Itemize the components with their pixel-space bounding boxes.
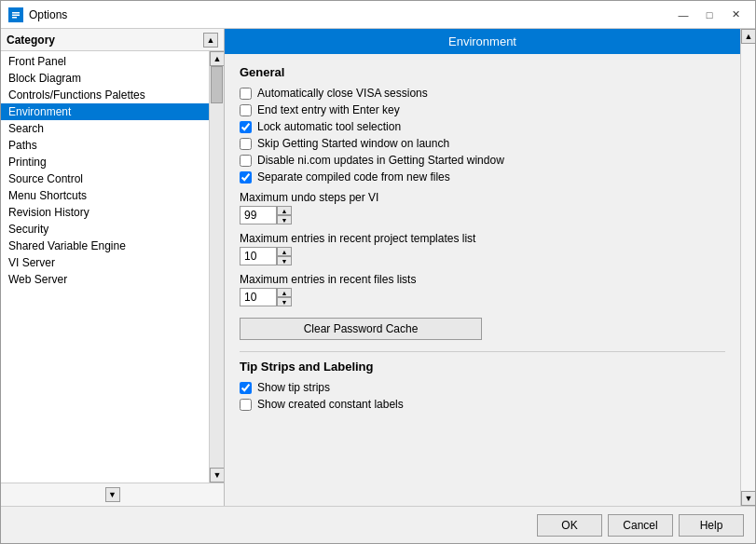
sidebar-item-web-server[interactable]: Web Server <box>1 271 209 288</box>
spinner-up-1[interactable]: ▲ <box>277 247 292 256</box>
help-button[interactable]: Help <box>679 514 744 537</box>
tip-checkbox-row-1: Show created constant labels <box>240 398 725 411</box>
checkbox-label-1: End text entry with Enter key <box>257 103 400 116</box>
tip-strips-section-title: Tip Strips and Labeling <box>240 360 725 374</box>
spinner-down-2[interactable]: ▼ <box>277 297 292 306</box>
sidebar-item-security[interactable]: Security <box>1 221 209 238</box>
checkbox-3[interactable] <box>240 138 252 150</box>
checkbox-label-5: Separate compiled code from new files <box>257 170 450 184</box>
svg-rect-3 <box>12 17 17 19</box>
field-row-0: ▲▼ <box>240 206 725 224</box>
checkbox-label-3: Skip Getting Started window on launch <box>257 137 449 150</box>
tip-checkbox-label-0: Show tip strips <box>257 381 330 394</box>
field-group-0: Maximum undo steps per VI▲▼ <box>240 191 725 224</box>
general-checkbox-row-2: Lock automatic tool selection <box>240 120 725 133</box>
spinner-down-0[interactable]: ▼ <box>277 215 292 224</box>
sidebar-item-controls/functions-palettes[interactable]: Controls/Functions Palettes <box>1 87 209 103</box>
right-scrollbar-down[interactable]: ▼ <box>741 491 755 506</box>
field-row-1: ▲▼ <box>240 247 725 265</box>
sidebar-item-search[interactable]: Search <box>1 120 209 137</box>
right-scrollbar-track <box>741 44 755 491</box>
main-panel: Environment GeneralAutomatically close V… <box>225 29 740 506</box>
tip-checkbox-label-1: Show created constant labels <box>257 398 404 411</box>
sidebar-item-printing[interactable]: Printing <box>1 154 209 170</box>
sidebar-item-source-control[interactable]: Source Control <box>1 170 209 187</box>
sidebar-item-revision-history[interactable]: Revision History <box>1 204 209 221</box>
sidebar-scrollbar-up[interactable]: ▲ <box>210 51 224 66</box>
spinner-down-1[interactable]: ▼ <box>277 256 292 265</box>
clear-password-cache-button[interactable]: Clear Password Cache <box>240 318 482 340</box>
sidebar-scroll-up[interactable]: ▲ <box>203 33 218 48</box>
checkbox-4[interactable] <box>240 155 252 167</box>
checkbox-5[interactable] <box>240 171 252 184</box>
general-checkbox-row-5: Separate compiled code from new files <box>240 170 725 184</box>
content-area: Category ▲ Front PanelBlock DiagramContr… <box>1 29 755 506</box>
section-divider <box>240 351 725 352</box>
sidebar-item-front-panel[interactable]: Front Panel <box>1 53 209 70</box>
checkbox-label-0: Automatically close VISA sessions <box>257 87 428 100</box>
general-checkbox-row-0: Automatically close VISA sessions <box>240 87 725 100</box>
sidebar-item-menu-shortcuts[interactable]: Menu Shortcuts <box>1 187 209 204</box>
sidebar: Category ▲ Front PanelBlock DiagramContr… <box>1 29 225 506</box>
svg-rect-1 <box>12 12 20 14</box>
field-group-2: Maximum entries in recent files lists▲▼ <box>240 273 725 306</box>
options-window: Options — □ ✕ Category ▲ Front PanelBloc… <box>0 0 756 544</box>
spinner-1: ▲▼ <box>277 247 292 265</box>
ok-button[interactable]: OK <box>537 514 602 537</box>
checkbox-label-2: Lock automatic tool selection <box>257 120 401 133</box>
general-checkbox-row-3: Skip Getting Started window on launch <box>240 137 725 150</box>
general-section-title: General <box>240 65 725 79</box>
sidebar-footer: ▼ <box>1 483 224 506</box>
sidebar-item-environment[interactable]: Environment <box>1 103 209 120</box>
close-button[interactable]: ✕ <box>723 6 748 24</box>
field-label-0: Maximum undo steps per VI <box>240 191 725 204</box>
sidebar-scroll-down[interactable]: ▼ <box>105 487 120 502</box>
tip-checkbox-0[interactable] <box>240 382 252 394</box>
window-title: Options <box>29 8 666 21</box>
checkbox-1[interactable] <box>240 104 252 116</box>
spinner-2: ▲▼ <box>277 288 292 306</box>
minimize-button[interactable]: — <box>671 6 695 24</box>
window-icon <box>8 7 23 22</box>
maximize-button[interactable]: □ <box>697 6 722 24</box>
checkbox-2[interactable] <box>240 121 252 133</box>
sidebar-scrollbar-track <box>210 66 224 468</box>
sidebar-scrollbar-down[interactable]: ▼ <box>210 468 224 483</box>
checkbox-0[interactable] <box>240 88 252 100</box>
main-right: Environment GeneralAutomatically close V… <box>225 29 755 506</box>
main-header: Environment <box>225 29 740 54</box>
main-content: GeneralAutomatically close VISA sessions… <box>225 54 740 506</box>
sidebar-scrollbar-thumb[interactable] <box>211 66 223 103</box>
field-row-2: ▲▼ <box>240 288 725 306</box>
sidebar-scrollbar: ▲ ▼ <box>209 51 224 483</box>
checkbox-label-4: Disable ni.com updates in Getting Starte… <box>257 154 504 167</box>
right-scrollbar-up[interactable]: ▲ <box>741 29 755 44</box>
window-controls: — □ ✕ <box>671 6 748 24</box>
general-checkbox-row-1: End text entry with Enter key <box>240 103 725 116</box>
spinner-up-0[interactable]: ▲ <box>277 206 292 215</box>
field-input-2[interactable] <box>240 288 277 306</box>
sidebar-item-block-diagram[interactable]: Block Diagram <box>1 70 209 87</box>
general-checkbox-row-4: Disable ni.com updates in Getting Starte… <box>240 154 725 167</box>
field-label-2: Maximum entries in recent files lists <box>240 273 725 286</box>
sidebar-item-vi-server[interactable]: VI Server <box>1 254 209 271</box>
spinner-0: ▲▼ <box>277 206 292 224</box>
titlebar: Options — □ ✕ <box>1 1 755 29</box>
sidebar-header: Category ▲ <box>1 29 224 51</box>
tip-checkbox-row-0: Show tip strips <box>240 381 725 394</box>
field-group-1: Maximum entries in recent project templa… <box>240 232 725 265</box>
field-input-1[interactable] <box>240 247 277 265</box>
field-input-0[interactable] <box>240 206 277 224</box>
right-scrollbar: ▲ ▼ <box>740 29 755 506</box>
sidebar-item-paths[interactable]: Paths <box>1 137 209 154</box>
svg-rect-2 <box>12 14 20 16</box>
field-label-1: Maximum entries in recent project templa… <box>240 232 725 245</box>
sidebar-list: Front PanelBlock DiagramControls/Functio… <box>1 51 209 483</box>
spinner-up-2[interactable]: ▲ <box>277 288 292 297</box>
bottom-bar: OK Cancel Help <box>1 506 755 543</box>
sidebar-item-shared-variable-engine[interactable]: Shared Variable Engine <box>1 238 209 254</box>
tip-checkbox-1[interactable] <box>240 399 252 411</box>
cancel-button[interactable]: Cancel <box>608 514 673 537</box>
sidebar-header-label: Category <box>7 34 55 47</box>
